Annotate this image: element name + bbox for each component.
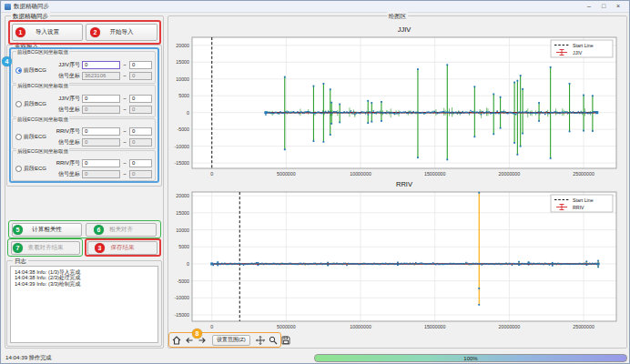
- rear-bcg-signal-end-input: [129, 106, 152, 114]
- front-ecg-rriv-start-input[interactable]: [82, 127, 120, 136]
- front-bcg-signal-label: 信号坐标: [53, 72, 80, 80]
- annotation-badge-4: 4: [2, 56, 12, 66]
- rear-ecg-group-title: 后段ECG区间坐标取值: [16, 147, 69, 155]
- front-bcg-radio[interactable]: [15, 67, 22, 74]
- svg-text:25000000: 25000000: [573, 324, 594, 329]
- front-ecg-signal-label: 信号坐标: [53, 138, 80, 147]
- rear-ecg-radio[interactable]: [15, 166, 22, 172]
- front-bcg-jjiv-start-input[interactable]: [82, 61, 120, 69]
- rear-ecg-signal-label: 信号坐标: [53, 170, 80, 178]
- front-ecg-rriv-end-input[interactable]: [129, 127, 152, 136]
- rear-bcg-group: 后段BCG区间坐标取值 后段BCG JJIV序号 ~ 信号坐标 ~: [12, 85, 156, 117]
- log-output[interactable]: 14:04:38 Info: (1/3)导入完成 14:04:38 Info: …: [10, 266, 158, 343]
- svg-text:-5000: -5000: [177, 126, 189, 132]
- range-separator: ~: [122, 139, 127, 145]
- app-icon: [5, 4, 11, 10]
- rear-bcg-radio[interactable]: [15, 101, 22, 107]
- home-button[interactable]: [171, 334, 182, 346]
- titlebar: 数据精确同步 – □ ×: [1, 1, 629, 13]
- annotation-badge-6: 6: [94, 225, 104, 235]
- rriv-chart[interactable]: -15000-10000-500005000100001500020000050…: [170, 179, 625, 334]
- range-separator: ~: [122, 62, 127, 67]
- front-bcg-signal-end-input: [129, 72, 152, 80]
- rear-ecg-rriv-start-input[interactable]: [82, 159, 120, 167]
- svg-text:-10000: -10000: [175, 144, 190, 149]
- left-panel-title: 数据精确同步: [11, 12, 50, 20]
- close-button[interactable]: ×: [611, 1, 625, 12]
- annotation-badge-1: 1: [15, 27, 25, 37]
- svg-text:20000000: 20000000: [499, 324, 521, 329]
- annotation-badge-5: 5: [13, 225, 23, 235]
- svg-text:0: 0: [187, 261, 189, 267]
- magnifier-icon: [269, 336, 278, 345]
- rear-bcg-signal-start-input: [82, 106, 120, 114]
- home-icon: [172, 336, 181, 345]
- range-separator: ~: [122, 128, 127, 134]
- save-figure-button[interactable]: [280, 334, 291, 346]
- set-range-button[interactable]: 设置范围(Z): [212, 335, 250, 346]
- front-bcg-jjiv-label: JJIV序号: [53, 61, 80, 69]
- rear-ecg-group: 后段ECG区间坐标取值 后段ECG RRIV序号 ~ 信号坐标 ~: [12, 150, 156, 181]
- front-ecg-radio[interactable]: [15, 134, 22, 140]
- front-ecg-rriv-label: RRIV序号: [53, 127, 80, 136]
- rear-bcg-signal-label: 信号坐标: [53, 106, 80, 114]
- svg-text:JJIV: JJIV: [398, 25, 412, 34]
- svg-text:-5000: -5000: [177, 278, 189, 284]
- log-title: 日志: [13, 257, 28, 265]
- range-separator: ~: [122, 171, 127, 177]
- svg-text:15000: 15000: [176, 59, 189, 65]
- svg-text:Start Line: Start Line: [573, 197, 594, 203]
- rear-ecg-signal-start-input: [82, 170, 120, 178]
- minimize-button[interactable]: –: [582, 1, 596, 12]
- annotation-badge-3: 3: [95, 243, 105, 253]
- rear-bcg-jjiv-end-input[interactable]: [129, 95, 152, 103]
- annotation-badge-2: 2: [90, 27, 100, 37]
- svg-text:5000: 5000: [178, 93, 189, 98]
- app-window: 数据精确同步 – □ × 数据精确同步 导入设置 开始导入 参数输入 前段BCG…: [0, 0, 630, 364]
- rear-ecg-signal-end-input: [129, 170, 152, 178]
- rear-ecg-rriv-end-input[interactable]: [129, 159, 152, 167]
- svg-text:20000000: 20000000: [499, 171, 521, 177]
- rear-bcg-group-title: 后段BCG区间坐标取值: [16, 82, 69, 89]
- rear-bcg-jjiv-start-input[interactable]: [82, 95, 120, 103]
- rear-bcg-jjiv-label: JJIV序号: [53, 95, 80, 103]
- svg-text:JJIV: JJIV: [573, 50, 583, 56]
- svg-text:25000000: 25000000: [573, 171, 594, 177]
- front-ecg-signal-start-input: [82, 138, 120, 147]
- maximize-button[interactable]: □: [596, 1, 611, 12]
- svg-text:0: 0: [210, 324, 213, 329]
- front-bcg-signal-start-input: [82, 72, 120, 80]
- plot-toolbar: 设置范围(Z): [171, 333, 291, 347]
- pan-button[interactable]: [255, 334, 266, 346]
- front-ecg-radio-label: 前段ECG: [24, 133, 46, 141]
- svg-text:15000: 15000: [176, 210, 189, 216]
- progress-bar: 100%: [314, 354, 627, 362]
- rear-ecg-rriv-label: RRIV序号: [53, 159, 80, 167]
- window-title: 数据精确同步: [14, 3, 582, 11]
- svg-text:0: 0: [210, 171, 213, 177]
- svg-text:15000000: 15000000: [424, 171, 446, 177]
- jjiv-chart[interactable]: -15000-10000-500005000100001500020000050…: [170, 21, 625, 181]
- svg-text:RRIV: RRIV: [396, 180, 412, 188]
- front-bcg-jjiv-end-input[interactable]: [129, 61, 152, 69]
- front-ecg-group-title: 前段ECG区间坐标取值: [16, 116, 69, 123]
- plot-area-title: 绘图区: [387, 12, 409, 20]
- progress-value: 100%: [463, 356, 477, 361]
- svg-text:-15000: -15000: [175, 312, 190, 318]
- zoom-button[interactable]: [268, 334, 279, 346]
- svg-text:5000000: 5000000: [277, 171, 296, 177]
- svg-text:RRIV: RRIV: [573, 205, 584, 210]
- range-separator: ~: [122, 160, 127, 166]
- pan-icon: [256, 336, 265, 345]
- range-separator: ~: [122, 73, 127, 78]
- rear-bcg-radio-label: 后段BCG: [24, 100, 46, 108]
- range-separator: ~: [122, 96, 127, 101]
- svg-text:Start Line: Start Line: [573, 43, 594, 48]
- svg-text:5000: 5000: [178, 244, 189, 249]
- annotation-badge-8: 8: [192, 329, 202, 339]
- front-bcg-group-title: 前段BCG区间坐标取值: [16, 48, 69, 56]
- log-line: 14:04:39 Info: (3/3)绘制完成: [15, 281, 154, 287]
- rear-ecg-radio-label: 后段ECG: [24, 165, 46, 173]
- status-message: 14:04:39 操作完成: [5, 354, 52, 362]
- svg-text:20000: 20000: [176, 43, 189, 48]
